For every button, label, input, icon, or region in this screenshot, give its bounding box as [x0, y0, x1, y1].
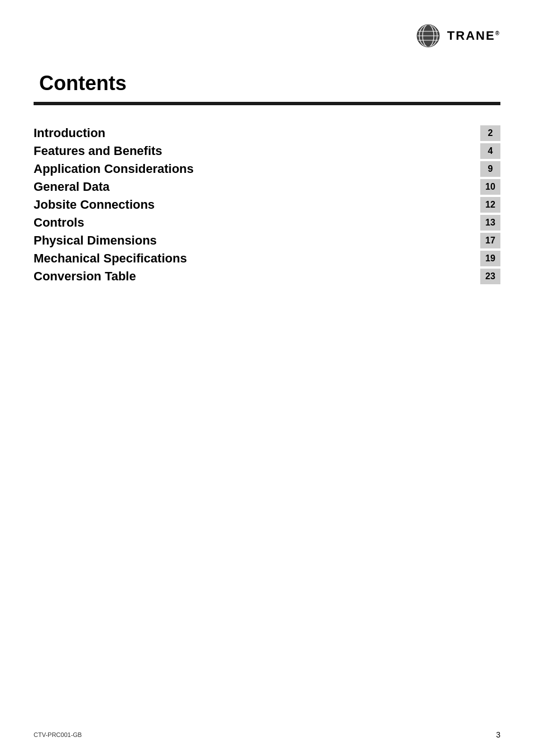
toc-page-features: 4: [480, 143, 500, 159]
toc-label-introduction: Introduction: [34, 126, 105, 140]
footer-page-number: 3: [496, 730, 500, 739]
footer: CTV-PRC001-GB 3: [34, 730, 500, 739]
toc-item-general-data[interactable]: General Data 10: [34, 179, 500, 195]
toc-item-application[interactable]: Application Considerations 9: [34, 161, 500, 177]
toc-item-controls[interactable]: Controls 13: [34, 215, 500, 231]
toc-page-jobsite: 12: [480, 197, 500, 213]
trane-logo-icon: [416, 22, 443, 49]
toc-page-application: 9: [480, 161, 500, 177]
toc-label-application: Application Considerations: [34, 162, 194, 176]
footer-doc-code: CTV-PRC001-GB: [34, 731, 82, 738]
divider-bar: [34, 102, 500, 105]
toc-item-conversion-table[interactable]: Conversion Table 23: [34, 269, 500, 284]
toc-page-mechanical-specs: 19: [480, 251, 500, 266]
toc-page-physical-dimensions: 17: [480, 233, 500, 248]
toc-item-features[interactable]: Features and Benefits 4: [34, 143, 500, 159]
toc-item-introduction[interactable]: Introduction 2: [34, 125, 500, 141]
toc-list: Introduction 2 Features and Benefits 4 A…: [34, 125, 500, 284]
toc-label-conversion-table: Conversion Table: [34, 269, 136, 284]
toc-item-mechanical-specs[interactable]: Mechanical Specifications 19: [34, 251, 500, 266]
logo-text: TRANE®: [447, 29, 500, 43]
toc-page-introduction: 2: [480, 125, 500, 141]
toc-label-general-data: General Data: [34, 180, 110, 194]
toc-label-features: Features and Benefits: [34, 144, 162, 158]
page-title: Contents: [39, 72, 500, 95]
toc-label-mechanical-specs: Mechanical Specifications: [34, 251, 187, 266]
toc-item-jobsite[interactable]: Jobsite Connections 12: [34, 197, 500, 213]
toc-label-physical-dimensions: Physical Dimensions: [34, 233, 157, 248]
toc-page-conversion-table: 23: [480, 269, 500, 284]
page-container: TRANE® Contents Introduction 2 Features …: [0, 0, 534, 756]
toc-label-jobsite: Jobsite Connections: [34, 198, 154, 212]
logo-container: TRANE®: [416, 22, 500, 49]
toc-item-physical-dimensions[interactable]: Physical Dimensions 17: [34, 233, 500, 248]
toc-page-general-data: 10: [480, 179, 500, 195]
toc-page-controls: 13: [480, 215, 500, 231]
toc-label-controls: Controls: [34, 215, 84, 230]
header: TRANE®: [34, 22, 500, 49]
